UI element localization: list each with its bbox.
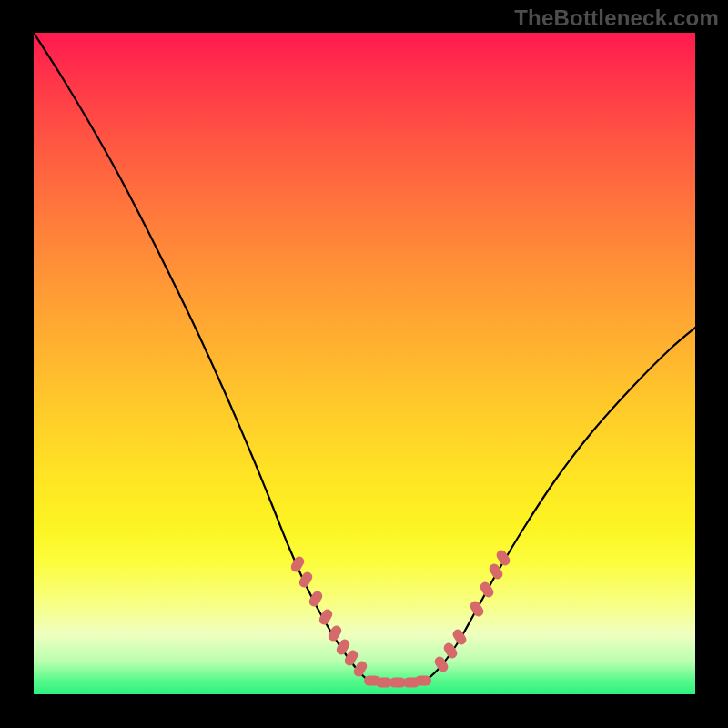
curve-marker [318, 607, 335, 626]
bottleneck-curve [34, 33, 695, 683]
gradient-plot-area [34, 33, 695, 694]
curve-marker [289, 554, 307, 573]
curve-group [34, 33, 695, 683]
svg-rect-12 [415, 676, 431, 686]
chart-svg [34, 33, 695, 694]
curve-marker [478, 580, 495, 599]
curve-marker [468, 599, 485, 618]
curve-marker [415, 676, 431, 686]
marker-group [289, 548, 512, 687]
svg-rect-17 [478, 580, 495, 599]
svg-rect-3 [318, 607, 335, 626]
watermark-text: TheBottleneck.com [514, 5, 719, 31]
svg-rect-0 [289, 554, 307, 573]
svg-rect-16 [468, 599, 485, 618]
